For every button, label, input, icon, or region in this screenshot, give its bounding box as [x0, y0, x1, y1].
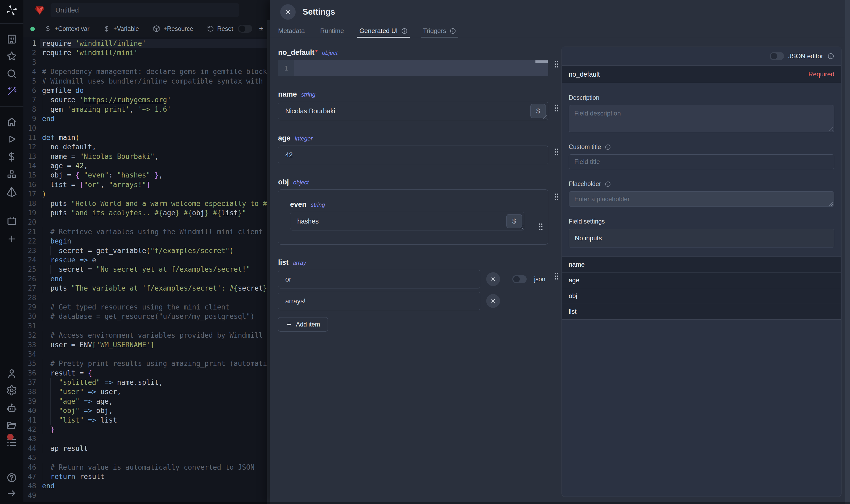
placeholder-input[interactable]: Enter a placeholder	[569, 191, 834, 207]
code-line[interactable]: 44 ap result	[23, 444, 270, 453]
code-line[interactable]: 22 begin	[23, 237, 270, 246]
sidebar-item-ai[interactable]	[0, 86, 23, 97]
sidebar-item-user[interactable]	[0, 368, 23, 379]
code-editor[interactable]: 1require 'windmill/inline'2require 'wind…	[23, 37, 270, 504]
code-line[interactable]: 17)	[23, 190, 270, 199]
sidebar-item-variables[interactable]	[0, 151, 23, 162]
sidebar-item-home[interactable]	[0, 116, 23, 128]
code-line[interactable]: 21 # Retrieve variables using the Windmi…	[23, 227, 270, 237]
age-input[interactable]: 42	[278, 146, 548, 164]
code-line[interactable]: 26 end	[23, 274, 270, 284]
code-line[interactable]: 11def main(	[23, 133, 270, 142]
code-line[interactable]: 18 puts "Hello World and a warm welcome …	[23, 199, 270, 209]
code-line[interactable]: 30 # database = get_resource("u/user/my_…	[23, 312, 270, 321]
code-line[interactable]: 49	[23, 491, 270, 500]
code-line[interactable]: 28	[23, 293, 270, 303]
list-item-input[interactable]: arrays!	[278, 292, 481, 310]
code-line[interactable]: 13 name = "Nicolas Bourbaki",	[23, 152, 270, 161]
code-line[interactable]: 24 rescue => e	[23, 255, 270, 265]
code-line[interactable]: 37 "splitted" => name.split,	[23, 378, 270, 387]
code-line[interactable]: 39 "age" => age,	[23, 397, 270, 406]
field-row-name[interactable]: name	[562, 256, 841, 272]
code-line[interactable]: 27 puts "The variable at 'f/examples/sec…	[23, 284, 270, 293]
code-line[interactable]: 35 # Pretty print results using amazing_…	[23, 359, 270, 368]
code-line[interactable]: 4# Dependency management: declare gems i…	[23, 67, 270, 76]
drag-handle[interactable]	[538, 223, 543, 231]
editor-scroll-chip[interactable]	[536, 60, 548, 63]
description-textarea[interactable]: Field description	[569, 105, 834, 132]
code-line[interactable]: 15 obj = { "even": "hashes" },	[23, 170, 270, 180]
diff-toggle[interactable]	[238, 25, 252, 33]
add-variable-button[interactable]: +Variable	[103, 25, 139, 33]
code-line[interactable]: 42 }	[23, 425, 270, 434]
sidebar-item-workers[interactable]	[0, 402, 23, 414]
tab-runtime[interactable]: Runtime	[320, 24, 344, 38]
code-line[interactable]: 38 "user" => user,	[23, 387, 270, 396]
script-title-input[interactable]: Untitled	[51, 3, 239, 17]
modal-scrollbar[interactable]	[845, 0, 850, 504]
field-row-list[interactable]: list	[562, 304, 841, 320]
add-item-button[interactable]: Add item	[278, 317, 328, 331]
remove-item-button[interactable]	[486, 294, 500, 308]
insert-variable-button[interactable]: $	[530, 104, 546, 118]
code-line[interactable]: 1require 'windmill/inline'	[23, 39, 270, 48]
sidebar-item-workspace[interactable]	[0, 34, 23, 45]
add-resource-button[interactable]: +Resource	[153, 25, 193, 33]
sidebar-item-help[interactable]	[0, 472, 23, 483]
code-line[interactable]: 29 # Get typed resources using the mini …	[23, 303, 270, 312]
sidebar-item-expand[interactable]	[0, 488, 23, 499]
code-line[interactable]: 31	[23, 322, 270, 331]
drag-handle[interactable]	[554, 60, 559, 68]
close-button[interactable]	[280, 4, 296, 20]
code-line[interactable]: 36 result = {	[23, 368, 270, 378]
tab-metadata[interactable]: Metadata	[278, 24, 305, 38]
code-line[interactable]: 45	[23, 453, 270, 463]
tab-generated-ui[interactable]: Generated UI	[359, 24, 408, 38]
code-line[interactable]: 25 secret = "No secret yet at f/examples…	[23, 265, 270, 274]
list-item-input[interactable]: or	[278, 270, 481, 288]
sidebar-item-favorites[interactable]	[0, 51, 23, 62]
json-toggle[interactable]	[512, 275, 527, 283]
even-input[interactable]: hashes $	[290, 212, 524, 231]
reset-button[interactable]: Reset	[207, 25, 233, 33]
code-line[interactable]: 40 "obj" => obj,	[23, 406, 270, 415]
code-line[interactable]: 41 "list" => list	[23, 416, 270, 425]
sidebar-item-calendar[interactable]	[0, 216, 23, 227]
sidebar-item-runs[interactable]	[0, 133, 23, 145]
code-line[interactable]: 19 puts "and its acolytes.. #{age} #{obj…	[23, 209, 270, 218]
code-line[interactable]: 33 user = ENV['WM_USERNAME']	[23, 340, 270, 350]
selected-field-header[interactable]: no_default Required	[562, 66, 841, 83]
code-line[interactable]: 46 # Return value is automatically conve…	[23, 463, 270, 472]
add-context-var-button[interactable]: +Context var	[44, 25, 89, 33]
insert-variable-button[interactable]: $	[506, 214, 522, 228]
json-editor-toggle[interactable]	[770, 52, 784, 60]
tab-triggers[interactable]: Triggers	[423, 24, 456, 38]
code-line[interactable]: 8 gem 'amazing_print', '~> 1.6'	[23, 105, 270, 114]
code-line[interactable]: 23 secret = get_variable("f/examples/sec…	[23, 246, 270, 255]
remove-item-button[interactable]	[486, 272, 500, 286]
object-json-editor[interactable]: 1	[278, 60, 548, 76]
windmill-logo-icon[interactable]	[0, 4, 23, 17]
drag-handle[interactable]	[554, 148, 559, 156]
code-line[interactable]: 16 list = ["or", "arrays!"]	[23, 180, 270, 190]
sidebar-item-settings[interactable]	[0, 385, 23, 396]
drag-handle[interactable]	[554, 104, 559, 112]
sidebar-item-search[interactable]	[0, 68, 23, 79]
resize-handle[interactable]	[829, 127, 833, 131]
code-line[interactable]: 9end	[23, 114, 270, 124]
code-line[interactable]: 6gemfile do	[23, 86, 270, 95]
code-line[interactable]: 48end	[23, 481, 270, 491]
drag-handle[interactable]	[554, 193, 559, 201]
code-line[interactable]: 2require 'windmill/mini'	[23, 48, 270, 57]
code-line[interactable]: 3	[23, 58, 270, 67]
code-line[interactable]: 5# Windmill uses bundler/inline compatib…	[23, 77, 270, 86]
editor-scrollbar[interactable]	[267, 20, 270, 504]
field-row-obj[interactable]: obj	[562, 288, 841, 304]
code-line[interactable]: 34	[23, 350, 270, 359]
code-line[interactable]: 7 source 'https://rubygems.org'	[23, 95, 270, 105]
sidebar-item-resources[interactable]	[0, 169, 23, 180]
code-line[interactable]: 14 age = 42,	[23, 161, 270, 170]
custom-title-input[interactable]: Field title	[569, 154, 834, 169]
sidebar-item-add[interactable]	[0, 234, 23, 244]
sidebar-item-run-list[interactable]	[0, 437, 23, 448]
